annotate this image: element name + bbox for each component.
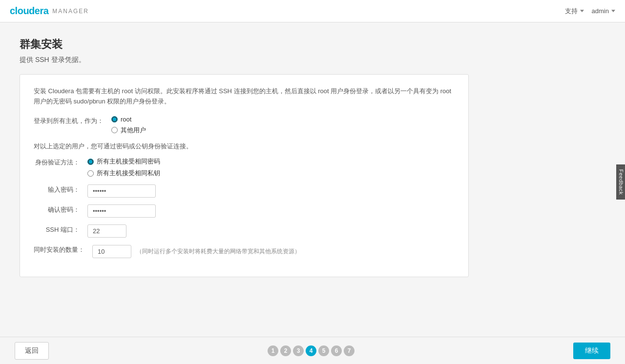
auth-method-row: 身份验证方法： 所有主机接受相同密码 所有主机接受相同私钥 [34, 157, 455, 178]
parallel-hint: （同时运行多个安装时将耗费大量的网络带宽和其他系统资源） [136, 244, 300, 258]
header: cloudera MANAGER 支持 admin [0, 0, 625, 22]
auth-radio-password-label: 所有主机接受相同密码 [97, 157, 160, 166]
support-chevron-icon [580, 10, 584, 12]
install-card: 安装 Cloudera 包需要有主机的 root 访问权限。此安装程序将通过 S… [20, 74, 469, 277]
password-label: 输入密码： [34, 184, 87, 194]
login-label: 登录到所有主机，作为： [34, 116, 111, 125]
steps-area: 1 2 3 4 5 6 7 [268, 345, 354, 356]
parallel-input[interactable] [92, 245, 131, 258]
step-3: 3 [293, 345, 304, 356]
auth-radio-key-label: 所有主机接受相同私钥 [97, 169, 160, 178]
auth-radio-password[interactable]: 所有主机接受相同密码 [87, 157, 455, 166]
back-button[interactable]: 返回 [15, 342, 49, 360]
parallel-control: （同时运行多个安装时将耗费大量的网络带宽和其他系统资源） [92, 244, 455, 258]
login-radio-root-input[interactable] [111, 116, 118, 122]
login-radio-root-label: root [121, 116, 131, 123]
auth-radio-key-input[interactable] [87, 170, 94, 177]
ssh-port-row: SSH 端口： [34, 224, 455, 238]
confirm-password-row: 确认密码： [34, 204, 455, 218]
support-label: 支持 [565, 7, 578, 16]
confirm-password-control [87, 204, 455, 218]
ssh-port-control [87, 224, 455, 238]
confirm-password-label: 确认密码： [34, 204, 87, 214]
login-as-row: 登录到所有主机，作为： root 其他用户 [34, 116, 455, 135]
support-menu[interactable]: 支持 [565, 7, 584, 16]
login-radio-other[interactable]: 其他用户 [111, 126, 455, 135]
auth-radio-group: 所有主机接受相同密码 所有主机接受相同私钥 [87, 157, 455, 178]
ssh-port-input[interactable] [87, 224, 126, 238]
password-control [87, 184, 455, 198]
cloudera-logo: cloudera [10, 5, 48, 17]
continue-button[interactable]: 继续 [573, 343, 610, 359]
auth-radio-key[interactable]: 所有主机接受相同私钥 [87, 169, 455, 178]
header-right: 支持 admin [565, 7, 615, 16]
step-7: 7 [344, 345, 354, 356]
ssh-port-label: SSH 端口： [34, 224, 87, 234]
confirm-password-input[interactable] [87, 204, 156, 218]
password-input[interactable] [87, 184, 156, 198]
logo-area: cloudera MANAGER [10, 5, 89, 17]
login-radio-root[interactable]: root [111, 116, 455, 123]
login-radio-other-input[interactable] [111, 127, 118, 133]
footer-bar: 返回 1 2 3 4 5 6 7 继续 [0, 337, 625, 364]
login-radio-group: root 其他用户 [111, 116, 455, 135]
manager-label: MANAGER [52, 8, 89, 15]
step-2: 2 [280, 345, 291, 356]
step-6: 6 [331, 345, 342, 356]
page-subtitle: 提供 SSH 登录凭据。 [20, 56, 605, 64]
main-content: 群集安装 提供 SSH 登录凭据。 安装 Cloudera 包需要有主机的 ro… [0, 22, 625, 326]
feedback-tab[interactable]: Feedback [616, 164, 625, 200]
page-title: 群集安装 [20, 37, 605, 52]
auth-radio-password-input[interactable] [87, 159, 94, 165]
auth-options: 所有主机接受相同密码 所有主机接受相同私钥 [87, 157, 455, 178]
step-4: 4 [306, 345, 316, 356]
login-options: root 其他用户 [111, 116, 455, 135]
step-1: 1 [268, 345, 278, 356]
step-5: 5 [318, 345, 329, 356]
admin-label: admin [592, 7, 609, 15]
admin-menu[interactable]: admin [592, 7, 615, 15]
admin-chevron-icon [611, 10, 615, 12]
parallel-label: 同时安装的数量： [34, 244, 92, 254]
auth-method-label: 身份验证方法： [34, 157, 87, 167]
card-description: 安装 Cloudera 包需要有主机的 root 访问权限。此安装程序将通过 S… [34, 86, 455, 107]
login-radio-other-label: 其他用户 [121, 126, 146, 135]
auth-note: 对以上选定的用户，您可通过密码或公钥身份验证连接。 [34, 142, 455, 152]
password-row: 输入密码： [34, 184, 455, 198]
parallel-row: 同时安装的数量： （同时运行多个安装时将耗费大量的网络带宽和其他系统资源） [34, 244, 455, 258]
